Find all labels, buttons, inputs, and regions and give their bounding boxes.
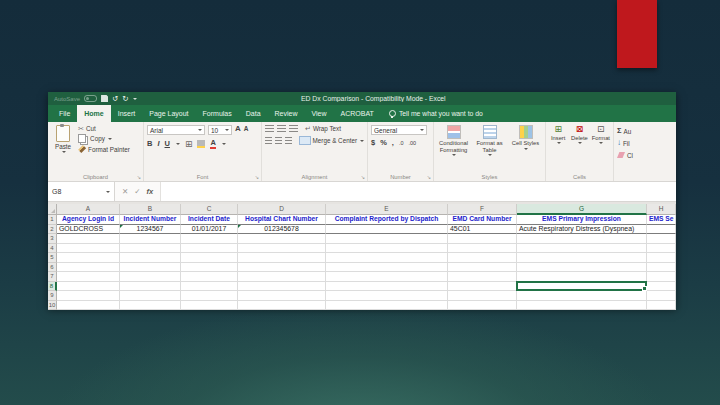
align-top-icon[interactable] bbox=[265, 125, 274, 132]
cell-D1[interactable]: Hospital Chart Number bbox=[238, 215, 326, 225]
cell-H8[interactable] bbox=[647, 282, 676, 292]
paste-button[interactable]: Paste bbox=[51, 125, 75, 153]
select-all-corner[interactable] bbox=[48, 204, 57, 215]
cell-B9[interactable] bbox=[120, 291, 181, 301]
cell-D4[interactable] bbox=[238, 244, 326, 254]
row-header-9[interactable]: 9 bbox=[48, 291, 57, 301]
format-cells-button[interactable]: ⊡ Format bbox=[592, 125, 610, 144]
cell-E8[interactable] bbox=[326, 282, 448, 292]
insert-cells-button[interactable]: ⊞ Insert bbox=[549, 125, 567, 144]
column-header-F[interactable]: F bbox=[448, 204, 517, 215]
column-header-E[interactable]: E bbox=[326, 204, 448, 215]
cell-D10[interactable] bbox=[238, 301, 326, 311]
cell-G2[interactable]: Acute Respiratory Distress (Dyspnea) bbox=[517, 225, 647, 235]
tab-page-layout[interactable]: Page Layout bbox=[142, 105, 195, 122]
row-header-1[interactable]: 1 bbox=[48, 215, 57, 225]
cell-E6[interactable] bbox=[326, 263, 448, 273]
borders-button[interactable]: ⊞ bbox=[185, 141, 193, 148]
cell-F4[interactable] bbox=[448, 244, 517, 254]
cell-A4[interactable] bbox=[57, 244, 120, 254]
column-header-C[interactable]: C bbox=[181, 204, 238, 215]
cell-G6[interactable] bbox=[517, 263, 647, 273]
autosum-button[interactable]: Σ Au bbox=[617, 125, 673, 137]
enter-icon[interactable]: ✓ bbox=[134, 187, 140, 196]
cell-C5[interactable] bbox=[181, 253, 238, 263]
alignment-dialog-launcher-icon[interactable]: ↘ bbox=[361, 174, 365, 180]
qat-customize-caret-icon[interactable] bbox=[133, 98, 137, 100]
cell-C1[interactable]: Incident Date bbox=[181, 215, 238, 225]
number-format-combobox[interactable]: General bbox=[371, 125, 427, 135]
cell-H10[interactable] bbox=[647, 301, 676, 311]
tab-file[interactable]: File bbox=[52, 105, 77, 122]
row-header-4[interactable]: 4 bbox=[48, 244, 57, 254]
cell-B3[interactable] bbox=[120, 234, 181, 244]
cancel-icon[interactable]: ✕ bbox=[122, 187, 128, 196]
cell-B10[interactable] bbox=[120, 301, 181, 311]
insert-function-icon[interactable]: fx bbox=[147, 187, 154, 196]
underline-button[interactable]: U bbox=[165, 140, 170, 148]
cell-H2[interactable] bbox=[647, 225, 676, 235]
font-dialog-launcher-icon[interactable]: ↘ bbox=[255, 174, 259, 180]
row-header-3[interactable]: 3 bbox=[48, 234, 57, 244]
fill-color-button[interactable] bbox=[197, 140, 205, 148]
tell-me-box[interactable]: Tell me what you want to do bbox=[389, 105, 483, 122]
font-color-caret-icon[interactable] bbox=[222, 143, 226, 145]
decrease-decimal-button[interactable]: .00 bbox=[409, 140, 417, 146]
column-header-D[interactable]: D bbox=[238, 204, 326, 215]
merge-center-button[interactable]: Merge & Center bbox=[299, 136, 364, 145]
save-icon[interactable] bbox=[101, 95, 108, 102]
increase-decimal-button[interactable]: .0 bbox=[399, 140, 404, 146]
name-box[interactable]: G8 bbox=[48, 182, 115, 201]
cell-B4[interactable] bbox=[120, 244, 181, 254]
tab-formulas[interactable]: Formulas bbox=[196, 105, 239, 122]
cell-E10[interactable] bbox=[326, 301, 448, 311]
row-header-2[interactable]: 2 bbox=[48, 225, 57, 235]
cell-H1[interactable]: EMS Se bbox=[647, 215, 676, 225]
cell-A1[interactable]: Agency Login Id bbox=[57, 215, 120, 225]
cell-A8[interactable] bbox=[57, 282, 120, 292]
cell-A5[interactable] bbox=[57, 253, 120, 263]
cell-B2[interactable]: 1234567 bbox=[120, 225, 181, 235]
font-size-combobox[interactable]: 10 bbox=[208, 125, 232, 135]
active-cell-selection[interactable] bbox=[516, 281, 647, 292]
cell-G1[interactable]: EMS Primary Impression bbox=[517, 215, 647, 225]
cell-G9[interactable] bbox=[517, 291, 647, 301]
row-header-8[interactable]: 8 bbox=[48, 282, 57, 292]
cell-E3[interactable] bbox=[326, 234, 448, 244]
cut-button[interactable]: ✂ Cut bbox=[78, 125, 130, 132]
comma-button[interactable]: , bbox=[392, 139, 394, 147]
cell-H7[interactable] bbox=[647, 272, 676, 282]
cell-A10[interactable] bbox=[57, 301, 120, 311]
clipboard-dialog-launcher-icon[interactable]: ↘ bbox=[137, 174, 141, 180]
align-center-icon[interactable] bbox=[275, 137, 282, 144]
cell-B6[interactable] bbox=[120, 263, 181, 273]
row-header-5[interactable]: 5 bbox=[48, 253, 57, 263]
conditional-formatting-button[interactable]: Conditional Formatting bbox=[437, 125, 470, 156]
cell-F10[interactable] bbox=[448, 301, 517, 311]
tab-data[interactable]: Data bbox=[239, 105, 268, 122]
autosave-toggle[interactable] bbox=[84, 95, 97, 102]
tab-home[interactable]: Home bbox=[77, 105, 110, 122]
align-left-icon[interactable] bbox=[265, 137, 272, 144]
format-painter-button[interactable]: Format Painter bbox=[78, 145, 130, 153]
cell-D6[interactable] bbox=[238, 263, 326, 273]
cell-H9[interactable] bbox=[647, 291, 676, 301]
font-color-button[interactable]: A bbox=[210, 139, 215, 149]
cell-F8[interactable] bbox=[448, 282, 517, 292]
cell-B7[interactable] bbox=[120, 272, 181, 282]
tab-acrobat[interactable]: ACROBAT bbox=[334, 105, 381, 122]
cell-F2[interactable]: 45C01 bbox=[448, 225, 517, 235]
cell-D3[interactable] bbox=[238, 234, 326, 244]
cell-H5[interactable] bbox=[647, 253, 676, 263]
row-header-6[interactable]: 6 bbox=[48, 263, 57, 273]
cell-E9[interactable] bbox=[326, 291, 448, 301]
cell-E2[interactable] bbox=[326, 225, 448, 235]
italic-button[interactable]: I bbox=[157, 140, 159, 148]
clear-button[interactable]: Cl bbox=[617, 149, 673, 161]
cell-B5[interactable] bbox=[120, 253, 181, 263]
cell-D5[interactable] bbox=[238, 253, 326, 263]
cell-C6[interactable] bbox=[181, 263, 238, 273]
cell-E7[interactable] bbox=[326, 272, 448, 282]
cell-styles-button[interactable]: Cell Styles bbox=[509, 125, 542, 150]
cell-F5[interactable] bbox=[448, 253, 517, 263]
